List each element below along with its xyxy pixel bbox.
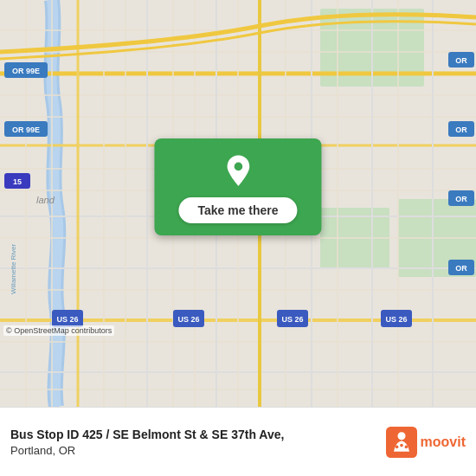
svg-point-65 [397,432,405,440]
moovit-text: moovit [421,434,466,450]
moovit-logo[interactable]: moovit [386,427,466,458]
info-text: Bus Stop ID 425 / SE Belmont St & SE 37t… [10,427,386,457]
stop-subtitle: Portland, OR [10,444,386,457]
svg-text:OR: OR [455,195,467,203]
svg-text:land: land [36,195,55,205]
svg-text:OR: OR [455,264,467,273]
svg-text:Willamette River: Willamette River [10,243,17,294]
svg-text:OR: OR [455,125,467,134]
osm-credit: © OpenStreetMap contributors [3,325,114,336]
svg-text:15: 15 [13,177,22,186]
svg-point-68 [404,445,408,448]
svg-text:US 26: US 26 [385,315,407,324]
svg-text:OR: OR [455,56,467,65]
svg-point-63 [234,163,242,171]
svg-text:OR 99E: OR 99E [12,125,40,134]
svg-point-67 [400,443,403,447]
take-me-there-overlay: Take me there [154,138,321,235]
location-pin-icon [221,154,255,189]
svg-text:OR 99E: OR 99E [12,67,40,75]
take-me-there-button[interactable]: Take me there [178,197,297,223]
info-bar: Bus Stop ID 425 / SE Belmont St & SE 37t… [0,407,476,476]
svg-text:US 26: US 26 [177,315,199,324]
green-card: Take me there [154,138,321,235]
svg-text:US 26: US 26 [281,315,303,324]
map-container[interactable]: OR 99E OR 99E 15 OR OR OR OR US 26 US 26… [0,0,476,407]
svg-text:US 26: US 26 [56,315,78,324]
moovit-icon [386,427,417,458]
svg-point-66 [395,445,398,448]
stop-title: Bus Stop ID 425 / SE Belmont St & SE 37t… [10,427,386,444]
